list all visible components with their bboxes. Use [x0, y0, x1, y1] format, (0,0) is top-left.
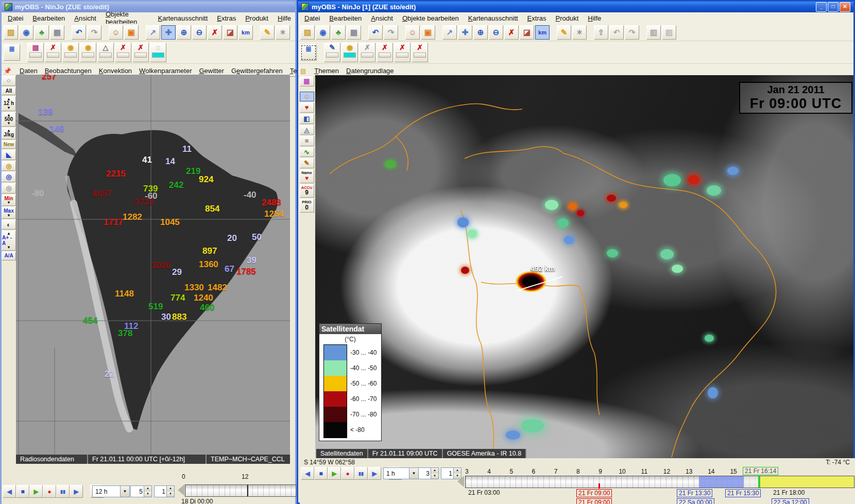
menu-ansicht[interactable]: Ansicht — [70, 13, 100, 23]
font-style-button[interactable]: A/A — [2, 252, 16, 260]
menu-kartenausschnitt[interactable]: Kartenausschnitt — [153, 13, 212, 23]
pause-button[interactable]: ▮▮ — [354, 467, 368, 480]
down-arrow-icon[interactable]: ▼ — [7, 107, 11, 110]
menu-hilfe[interactable]: Hilfe — [273, 13, 295, 23]
timeline-track-right[interactable] — [465, 476, 854, 488]
zoom-out-button[interactable]: ⊖ — [192, 25, 207, 40]
heart-tools-icon[interactable]: ♥ — [300, 102, 314, 113]
select-star-button[interactable]: ✶ — [276, 25, 290, 40]
remove1-button[interactable]: ✗ — [359, 43, 375, 62]
play-button[interactable]: ▶ — [29, 485, 43, 498]
tab-konvektion[interactable]: Konvektion — [99, 67, 132, 75]
pin-mini-icon[interactable]: ○ — [2, 76, 16, 86]
level-500-button[interactable]: ▲500▼ — [2, 112, 16, 127]
paste-button[interactable]: ▥ — [662, 25, 676, 40]
spin-up-icon[interactable]: ▲ — [167, 486, 174, 492]
undo-button[interactable]: ↶ — [368, 25, 383, 40]
step-forward-button[interactable]: ▶ — [368, 467, 381, 480]
print-button[interactable]: ▦ — [347, 25, 361, 40]
menu-bearbeiten[interactable]: Bearbeiten — [28, 13, 69, 23]
undo-button[interactable]: ↶ — [72, 25, 86, 40]
close-button[interactable]: ✕ — [840, 2, 850, 12]
layers-button[interactable]: ≣ — [300, 44, 317, 61]
open-folder-button[interactable]: ▨ — [4, 25, 18, 40]
menu-extras[interactable]: Extras — [523, 13, 551, 23]
radiosonde-map[interactable]: 25713814911411421992422152427394657-80-6… — [16, 75, 290, 455]
palette-grid-button[interactable]: ▦ — [27, 43, 44, 62]
chevron-down-icon[interactable]: ▼ — [120, 486, 129, 497]
pan-button[interactable]: ✚ — [458, 25, 472, 40]
tab-gewitter[interactable]: Gewitter — [199, 67, 224, 75]
menu-datei[interactable]: Datei — [4, 13, 27, 23]
zoom-in-button[interactable]: ⊕ — [177, 25, 191, 40]
redo-button[interactable]: ↷ — [384, 25, 398, 40]
step-back-button[interactable]: ◀ — [301, 467, 314, 480]
remove2-button[interactable]: ✗ — [377, 43, 393, 62]
menu-produkt[interactable]: Produkt — [551, 13, 583, 23]
menu-ansicht[interactable]: Ansicht — [367, 13, 397, 23]
draw-pencil-button[interactable]: ✎ — [260, 25, 275, 40]
menu-produkt[interactable]: Produkt — [241, 13, 272, 23]
rings3-icon[interactable]: ◎ — [2, 183, 16, 194]
distance-km-button[interactable]: km — [535, 25, 550, 40]
remove3-button[interactable]: ✗ — [394, 43, 411, 62]
presentation-button[interactable]: ☺ — [109, 25, 123, 40]
satellite-params-button[interactable]: ◉ — [341, 43, 358, 62]
down-arrow-icon[interactable]: ▼ — [7, 246, 11, 249]
menu-bearbeiten[interactable]: Bearbeiten — [325, 13, 366, 23]
step-forward-button[interactable]: ▶ — [70, 485, 83, 498]
record-button[interactable]: ● — [43, 485, 56, 498]
pointer-arrow-button[interactable]: ↗ — [146, 25, 160, 40]
pan-button[interactable]: ✚ — [161, 25, 176, 40]
down-arrow-icon[interactable]: ▼ — [7, 214, 11, 217]
save-media-button[interactable]: ◉ — [19, 25, 33, 40]
step-spinner-left[interactable]: 1 ▲▼ — [154, 485, 175, 497]
down-arrow-icon[interactable]: ▼ — [7, 201, 11, 204]
hand-up-button[interactable]: ⇧ — [594, 25, 608, 40]
menu-datei[interactable]: Datei — [300, 13, 324, 23]
tab-wolkenparameter[interactable]: Wolkenparameter — [139, 67, 192, 75]
spin-down-icon[interactable]: ▼ — [431, 474, 438, 479]
product-box-button[interactable]: ▣ — [421, 25, 435, 40]
record-button[interactable]: ● — [341, 467, 354, 480]
person-chart-icon[interactable]: ◧ — [300, 114, 314, 124]
timeline-track-left[interactable] — [185, 484, 296, 497]
save-media-button[interactable]: ◉ — [316, 25, 330, 40]
edit-check-icon[interactable]: ✎ — [300, 158, 314, 168]
tab-beobachtungen[interactable]: Beobachtungen — [45, 67, 92, 75]
copy-button[interactable]: ▥ — [646, 25, 661, 40]
rings-icon[interactable]: ◎ — [2, 161, 16, 171]
frog-button[interactable]: ♣ — [331, 25, 346, 40]
satellite-edit-button[interactable]: ✎ — [324, 43, 340, 62]
pointer-person-icon[interactable]: ☺ — [300, 92, 314, 102]
unit-jkg-button[interactable]: ▲J/kg — [2, 128, 16, 140]
satellite-icon[interactable]: ◬ — [300, 125, 314, 135]
step-back-button[interactable]: ◀ — [3, 485, 16, 498]
play-button[interactable]: ▶ — [328, 467, 341, 480]
down-arrow-icon[interactable]: ▼ — [7, 122, 11, 125]
delete-cross-button[interactable]: ✗ — [504, 25, 519, 40]
layers-button[interactable]: ≣ — [4, 44, 20, 61]
name-button[interactable]: Name♥ — [300, 169, 314, 183]
tab-daten[interactable]: Daten — [20, 67, 38, 75]
station-params-button[interactable]: ◉ — [62, 43, 79, 62]
frames-spinner-left[interactable]: 5 ▲▼ — [130, 485, 152, 497]
layers-palette-icon[interactable]: ▦ — [300, 76, 314, 86]
redo-gray-button[interactable]: ↷ — [625, 25, 639, 40]
max-button[interactable]: Max▼ — [2, 207, 16, 219]
pointer-arrow-button[interactable]: ↗ — [442, 25, 457, 40]
redo-button[interactable]: ↷ — [87, 25, 101, 40]
menu-objekte-bearbeiten[interactable]: Objekte bearbeiten — [398, 13, 463, 23]
satellite-view[interactable]: 492 km Jan 21 2011 Fr 09:00 UTC Satellit… — [315, 75, 853, 458]
search-remove-button[interactable]: ✗ — [115, 43, 131, 62]
product-box-button[interactable]: ▣ — [124, 25, 139, 40]
menu-kartenausschnitt[interactable]: Kartenausschnitt — [464, 13, 522, 23]
zoom-out-button[interactable]: ⊖ — [489, 25, 503, 40]
font-size-button[interactable]: ▲A+ -A▼ — [2, 231, 16, 251]
presentation-button[interactable]: ☺ — [405, 25, 420, 40]
new-button[interactable]: New — [2, 141, 16, 149]
pause-button[interactable]: ▮▮ — [56, 485, 70, 498]
tab-themen[interactable]: Themen — [314, 67, 339, 75]
chevron-down-icon[interactable]: ▼ — [409, 468, 418, 479]
search-remove2-button[interactable]: ✗ — [132, 43, 149, 62]
